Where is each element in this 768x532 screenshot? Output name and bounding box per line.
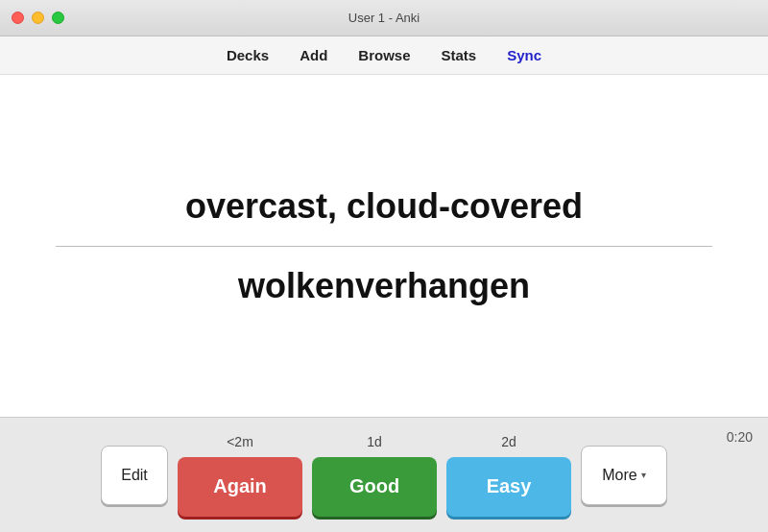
- toolbar-item-add[interactable]: Add: [300, 47, 327, 63]
- card-back: wolkenverhangen: [19, 266, 749, 306]
- card-area: overcast, cloud-covered wolkenverhangen: [0, 75, 768, 417]
- again-col: <2m Again: [178, 434, 302, 517]
- chevron-down-icon: ▾: [641, 470, 646, 480]
- minimize-button[interactable]: [32, 12, 44, 24]
- card-divider: [56, 246, 712, 247]
- card-front: overcast, cloud-covered: [19, 186, 749, 246]
- titlebar: User 1 - Anki: [0, 0, 768, 36]
- window-controls: [12, 12, 64, 24]
- edit-button[interactable]: Edit: [101, 446, 168, 505]
- toolbar: Decks Add Browse Stats Sync: [0, 36, 768, 75]
- again-button[interactable]: Again: [178, 457, 302, 517]
- more-button[interactable]: More ▾: [581, 446, 667, 505]
- again-interval: <2m: [227, 434, 253, 453]
- window-title: User 1 - Anki: [348, 11, 420, 25]
- easy-interval: 2d: [501, 434, 516, 453]
- maximize-button[interactable]: [52, 12, 64, 24]
- close-button[interactable]: [12, 12, 24, 24]
- good-col: 1d Good: [312, 434, 437, 517]
- good-interval: 1d: [367, 434, 382, 453]
- more-label: More: [602, 467, 636, 484]
- toolbar-item-sync[interactable]: Sync: [507, 47, 541, 63]
- timer-label: 0:20: [727, 429, 753, 445]
- toolbar-item-browse[interactable]: Browse: [358, 47, 410, 63]
- easy-col: 2d Easy: [446, 434, 571, 517]
- good-button[interactable]: Good: [312, 457, 437, 517]
- answer-bar: 0:20 Edit <2m Again 1d Good 2d Easy More…: [0, 417, 768, 532]
- easy-button[interactable]: Easy: [446, 457, 571, 517]
- toolbar-item-stats[interactable]: Stats: [442, 47, 477, 63]
- toolbar-item-decks[interactable]: Decks: [227, 47, 269, 63]
